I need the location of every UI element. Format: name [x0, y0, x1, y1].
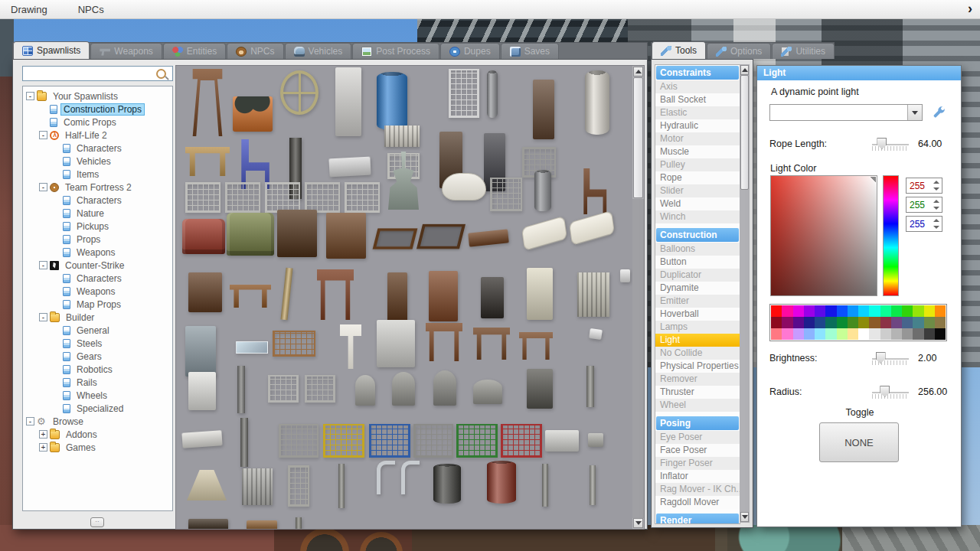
spawn-icon-grave[interactable]: [355, 375, 375, 406]
tree-item-your-spawnlists[interactable]: -Your Spawnlists: [23, 90, 172, 103]
color-swatch[interactable]: [902, 328, 913, 340]
tree-item-comic-props[interactable]: Comic Props: [23, 116, 172, 129]
spawn-icon-box[interactable]: [468, 229, 509, 246]
spin-up-icon[interactable]: [933, 181, 939, 184]
menu-npcs[interactable]: NPCs: [78, 4, 104, 15]
spawn-icon-grid[interactable]: [323, 424, 364, 458]
tool-item-eye-poser[interactable]: Eye Poser: [655, 431, 740, 444]
spawn-icon-tray[interactable]: [416, 224, 466, 249]
tool-item-button[interactable]: Button: [655, 256, 740, 269]
spawn-icon-sofa[interactable]: [182, 219, 225, 254]
tree-item-characters[interactable]: Characters: [23, 272, 172, 285]
spawn-icon-table[interactable]: [473, 328, 510, 360]
tool-item-inflator[interactable]: Inflator: [655, 470, 740, 483]
spawn-icon-box[interactable]: [620, 269, 630, 282]
tool-item-emitter[interactable]: Emitter: [655, 295, 740, 308]
tree-item-browse[interactable]: -Browse: [23, 415, 172, 428]
spawn-icon-grave[interactable]: [392, 372, 415, 406]
tool-item-rope[interactable]: Rope: [655, 171, 740, 184]
spawn-icon-box[interactable]: [377, 320, 415, 367]
tool-item-axis[interactable]: Axis: [655, 80, 740, 93]
tree-item-items[interactable]: Items: [23, 168, 172, 181]
spawn-icon-grid[interactable]: [305, 375, 335, 403]
spawn-icon-grid[interactable]: [413, 424, 453, 458]
color-swatch[interactable]: [825, 317, 836, 328]
spawn-icon-pole[interactable]: [237, 366, 245, 413]
color-swatch[interactable]: [902, 305, 913, 317]
color-swatch[interactable]: [804, 328, 815, 340]
spawn-icon-grid[interactable]: [268, 375, 299, 403]
color-swatch[interactable]: [858, 305, 869, 317]
spawn-icon-pole[interactable]: [586, 366, 594, 407]
scroll-down-button[interactable]: [633, 518, 643, 528]
spawn-icon-tray[interactable]: [373, 228, 418, 249]
spawn-icon-cone[interactable]: [187, 470, 227, 500]
color-swatch[interactable]: [825, 328, 836, 340]
tree-item-counter-strike[interactable]: -Counter-Strike: [23, 259, 172, 272]
tree-expander-collapse-icon[interactable]: -: [39, 261, 47, 269]
tree-item-half-life-2[interactable]: -Half-Life 2: [23, 129, 172, 142]
spin-down-icon[interactable]: [933, 187, 939, 191]
scroll-up-button[interactable]: [633, 67, 643, 77]
color-swatch[interactable]: [913, 317, 923, 328]
spawn-icon-box[interactable]: [328, 157, 371, 178]
tool-item-rag-mover-ik-ch[interactable]: Rag Mover - IK Ch...: [655, 483, 740, 496]
tool-item-hydraulic[interactable]: Hydraulic: [655, 119, 740, 132]
color-swatch[interactable]: [825, 305, 836, 317]
tab-vehicles[interactable]: Vehicles: [285, 43, 352, 59]
tab-dupes[interactable]: Dupes: [440, 43, 500, 59]
tool-item-pulley[interactable]: Pulley: [655, 158, 740, 171]
color-swatch[interactable]: [913, 305, 923, 317]
color-swatch[interactable]: [782, 328, 792, 340]
spawn-icon-pole[interactable]: [338, 464, 345, 508]
tool-item-muscle[interactable]: Muscle: [655, 145, 740, 158]
tool-item-ragdoll-mover[interactable]: Ragdoll Mover: [655, 496, 740, 509]
tool-item-lamps[interactable]: Lamps: [655, 321, 740, 334]
spawn-icon-box[interactable]: [277, 210, 317, 257]
color-swatch[interactable]: [924, 317, 935, 328]
spawn-icon-box[interactable]: [188, 372, 216, 410]
tool-item-weld[interactable]: Weld: [655, 197, 740, 210]
spawn-icon-box[interactable]: [533, 80, 554, 139]
spawn-icon-grid[interactable]: [185, 182, 220, 213]
spawn-icon-sofa[interactable]: [227, 213, 274, 256]
spawn-icon-stool[interactable]: [190, 69, 225, 136]
spawn-icon-grid[interactable]: [369, 424, 410, 458]
tree-item-addons[interactable]: +Addons: [23, 428, 172, 441]
spawn-icon-box[interactable]: [481, 277, 504, 318]
color-swatch[interactable]: [815, 317, 825, 328]
color-swatch[interactable]: [935, 305, 946, 317]
tool-item-light[interactable]: Light: [655, 334, 740, 347]
spawn-icon-pole[interactable]: [240, 418, 248, 467]
spin-down-icon[interactable]: [933, 226, 939, 229]
tool-item-elastic[interactable]: Elastic: [655, 106, 740, 119]
spawn-icon-spools[interactable]: [233, 96, 273, 132]
spawn-icon-ribbed[interactable]: [384, 126, 420, 147]
tab-post-process[interactable]: Post Process: [352, 43, 439, 59]
color-swatch[interactable]: [858, 317, 869, 328]
tree-item-characters[interactable]: Characters: [23, 194, 172, 207]
tool-item-remover[interactable]: Remover: [655, 373, 740, 386]
tree-item-gears[interactable]: Gears: [23, 350, 172, 363]
spawn-icon-table[interactable]: [185, 147, 230, 176]
spawn-icon-box[interactable]: [589, 328, 603, 340]
spawn-icon-grid[interactable]: [273, 331, 315, 357]
spawn-icon-pole[interactable]: [542, 464, 548, 507]
tool-item-physical-properties[interactable]: Physical Properties: [655, 360, 740, 373]
tree-item-pickups[interactable]: Pickups: [23, 220, 172, 233]
spawn-icon-box[interactable]: [588, 433, 603, 447]
color-swatch[interactable]: [891, 305, 902, 317]
spawnlist-search-box[interactable]: [22, 66, 173, 81]
spawn-icon-chair[interactable]: [580, 168, 608, 214]
tab-npcs[interactable]: NPCs: [227, 43, 283, 59]
tree-expander-collapse-icon[interactable]: -: [39, 131, 47, 139]
color-swatch[interactable]: [793, 328, 804, 340]
spin-up-icon[interactable]: [933, 200, 939, 203]
color-swatch[interactable]: [935, 317, 946, 328]
tool-item-duplicator[interactable]: Duplicator: [655, 269, 740, 282]
scrollbar-thumb[interactable]: [740, 75, 749, 190]
spawn-icon-ribbed[interactable]: [242, 468, 273, 505]
tree-item-wheels[interactable]: Wheels: [23, 389, 172, 402]
tool-item-no-collide[interactable]: No Collide: [655, 347, 740, 360]
spawn-icon-table[interactable]: [230, 285, 271, 308]
